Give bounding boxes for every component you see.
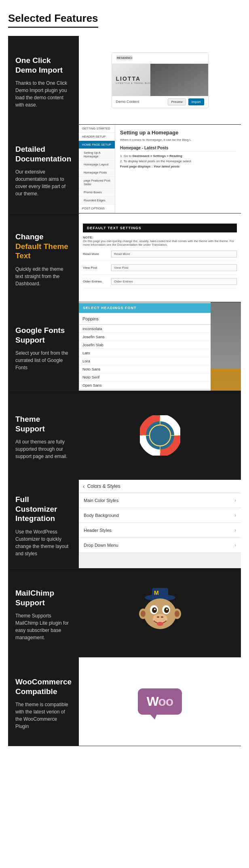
doc-sidebar-posts[interactable]: Homepage Posts bbox=[79, 169, 115, 177]
feature-row-demo-import: One Click Demo Import Thanks to the One … bbox=[8, 36, 241, 125]
doc-sidebar-setting-up[interactable]: Setting Up A Homepage bbox=[79, 149, 115, 161]
doc-content: Setting up a Homepage When it comes to H… bbox=[115, 125, 241, 213]
doc-sidebar-home-page-setup[interactable]: HOME PAGE SETUP bbox=[79, 141, 115, 149]
customizer-back-arrow-icon[interactable]: ‹ bbox=[83, 483, 85, 489]
feature-desc-demo-import: Thanks to the One Click Demo Import plug… bbox=[15, 79, 72, 109]
doc-sidebar-layout[interactable]: Homepage Layout bbox=[79, 161, 115, 169]
doc-sidebar-header-setup[interactable]: HEADER SETUP bbox=[79, 133, 115, 141]
doc-sidebar-post-options[interactable]: POST OPTIONS bbox=[79, 205, 115, 213]
svg-text:RESIDENCE: RESIDENCE bbox=[117, 56, 132, 59]
feature-left-demo-import: One Click Demo Import Thanks to the One … bbox=[8, 36, 79, 124]
feature-title-mailchimp: MailChimp Support bbox=[15, 588, 72, 608]
feature-title-woocommerce: WooCommerce Compatible bbox=[15, 677, 72, 696]
feature-left-mailchimp: MailChimp Support Theme Supports MailChi… bbox=[8, 569, 79, 657]
demo-import-label: Demo Content bbox=[116, 100, 139, 104]
feature-right-customizer: ‹ Colors & Styles Main Color Styles › Bo… bbox=[79, 480, 241, 568]
feature-left-default-text: Change Default Theme Text Quickly edit t… bbox=[8, 213, 79, 302]
customizer-nav-title: Colors & Styles bbox=[87, 483, 120, 489]
svg-point-18 bbox=[175, 611, 179, 617]
fonts-selected-value: Poppins bbox=[82, 316, 99, 321]
feature-desc-documentation: Our extensive documentation aims to cove… bbox=[15, 168, 72, 197]
feature-right-woocommerce: Woo bbox=[79, 657, 241, 746]
feature-row-default-text: Change Default Theme Text Quickly edit t… bbox=[8, 213, 241, 302]
preview-button[interactable]: Preview bbox=[168, 98, 186, 105]
feature-title-customizer: Full Customizer Integration bbox=[15, 495, 72, 523]
woo-text: Woo bbox=[147, 694, 173, 709]
doc-sidebar-rounded[interactable]: Rounded Edges bbox=[79, 197, 115, 205]
settings-field-view-post: View Post bbox=[83, 264, 237, 275]
woo-bubble: Woo bbox=[138, 688, 182, 715]
customizer-item-label-1: Body Background bbox=[84, 513, 119, 518]
settings-input-view-post[interactable] bbox=[111, 264, 237, 271]
mailchimp-monkey-icon: M bbox=[130, 581, 190, 645]
feature-title-before: Change bbox=[15, 232, 44, 241]
svg-point-22 bbox=[164, 607, 169, 613]
page-wrapper: Selected Features One Click Demo Import … bbox=[0, 0, 249, 754]
fonts-right-color-block bbox=[211, 368, 241, 391]
doc-content-list: 1 Go to Dashboard > Settings > Reading 2… bbox=[120, 154, 236, 169]
feature-title-documentation: Detailed Documentation bbox=[15, 144, 72, 164]
feature-title-highlight: Default Theme Text bbox=[15, 242, 68, 260]
feature-left-google-fonts: Google Fonts Support Select your font fr… bbox=[8, 302, 79, 391]
demo-import-brand: LIOTTA LIFESTYLE & TRAVEL BLOG bbox=[116, 75, 152, 84]
svg-point-17 bbox=[141, 611, 146, 617]
demo-import-hero-overlay bbox=[150, 64, 208, 96]
feature-row-customizer: Full Customizer Integration Use the Word… bbox=[8, 480, 241, 569]
svg-point-24 bbox=[166, 609, 168, 610]
settings-header: DEFAULT TEXT SETTINGS bbox=[83, 224, 237, 232]
woo-logo: Woo bbox=[138, 688, 182, 715]
customizer-item-header-styles[interactable]: Header Styles › bbox=[79, 523, 241, 538]
demo-import-hero: LIOTTA LIFESTYLE & TRAVEL BLOG bbox=[112, 64, 208, 96]
feature-row-woocommerce: WooCommerce Compatible The theme is comp… bbox=[8, 657, 241, 746]
settings-note: NOTE: On this page you can quickly chang… bbox=[83, 236, 237, 247]
customizer-arrow-icon-0: › bbox=[234, 498, 236, 503]
settings-label-older-entries: Older Entries bbox=[83, 280, 111, 283]
svg-point-27 bbox=[161, 616, 163, 618]
feature-title-theme-support: Theme Support bbox=[15, 414, 72, 434]
demo-import-header: RESIDENCE bbox=[112, 53, 208, 64]
settings-field-read-more: Read More bbox=[83, 251, 237, 261]
settings-field-older-entries: Older Entries bbox=[83, 278, 237, 289]
feature-desc-woocommerce: The theme is compatible with the latest … bbox=[15, 701, 72, 730]
feature-right-theme-support bbox=[79, 391, 241, 479]
woo-panel: Woo bbox=[79, 657, 241, 746]
feature-right-mailchimp: M bbox=[79, 569, 241, 657]
settings-input-read-more[interactable] bbox=[111, 251, 237, 257]
feature-row-google-fonts: Google Fonts Support Select your font fr… bbox=[8, 302, 241, 391]
doc-panel: GETTING STARTED HEADER SETUP HOME PAGE S… bbox=[79, 125, 241, 213]
customizer-arrow-icon-1: › bbox=[234, 512, 236, 518]
doc-sidebar-promo[interactable]: Promo Boxes bbox=[79, 188, 115, 197]
feature-right-default-text: DEFAULT TEXT SETTINGS NOTE: On this page… bbox=[79, 213, 241, 302]
customizer-nav: ‹ Colors & Styles bbox=[79, 480, 241, 493]
support-panel bbox=[79, 391, 241, 479]
feature-row-theme-support: Theme Support All our themes are fully s… bbox=[8, 391, 241, 480]
demo-import-brand-title: LIOTTA bbox=[116, 75, 152, 82]
customizer-item-main-color[interactable]: Main Color Styles › bbox=[79, 493, 241, 508]
doc-content-title: Setting up a Homepage bbox=[120, 130, 236, 136]
svg-point-26 bbox=[157, 616, 159, 618]
import-button[interactable]: Import bbox=[188, 98, 204, 105]
demo-import-inner: RESIDENCE LIOTTA LIFESTYLE & TRAVEL BLOG bbox=[112, 52, 209, 108]
feature-desc-mailchimp: Theme Supports MailChimp Lite plugin for… bbox=[15, 612, 72, 641]
features-list: One Click Demo Import Thanks to the One … bbox=[8, 36, 241, 746]
feature-left-woocommerce: WooCommerce Compatible The theme is comp… bbox=[8, 657, 79, 746]
feature-right-documentation: GETTING STARTED HEADER SETUP HOME PAGE S… bbox=[79, 125, 241, 213]
feature-right-google-fonts: SELECT HEADINGS FONT Poppins ▼ Inconsola… bbox=[79, 302, 241, 391]
doc-sidebar-slider[interactable]: page Featured Post Slider bbox=[79, 177, 115, 188]
feature-desc-theme-support: All our themes are fully supported throu… bbox=[15, 438, 72, 460]
customizer-item-label-2: Header Styles bbox=[84, 528, 112, 533]
feature-title-google-fonts: Google Fonts Support bbox=[15, 326, 72, 345]
demo-import-footer: Demo Content Preview Import bbox=[112, 96, 208, 108]
feature-row-documentation: Detailed Documentation Our extensive doc… bbox=[8, 125, 241, 213]
customizer-arrow-icon-3: › bbox=[234, 542, 236, 548]
doc-list-item-3: Front page displays : Your latest posts bbox=[120, 164, 236, 169]
svg-point-21 bbox=[152, 607, 157, 613]
customizer-item-dropdown-menu[interactable]: Drop Down Menu › bbox=[79, 538, 241, 553]
settings-label-read-more: Read More bbox=[83, 252, 111, 256]
doc-sidebar-getting-started[interactable]: GETTING STARTED bbox=[79, 125, 115, 133]
customizer-item-label-3: Drop Down Menu bbox=[84, 543, 118, 548]
customizer-item-body-background[interactable]: Body Background › bbox=[79, 508, 241, 523]
feature-left-documentation: Detailed Documentation Our extensive doc… bbox=[8, 125, 79, 213]
settings-input-older-entries[interactable] bbox=[111, 278, 237, 285]
feature-row-mailchimp: MailChimp Support Theme Supports MailChi… bbox=[8, 569, 241, 657]
